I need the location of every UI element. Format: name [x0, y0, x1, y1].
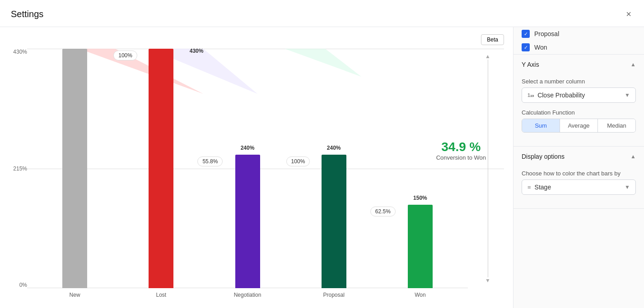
color-chevron-icon: ▼ — [625, 184, 630, 190]
bar-won — [408, 205, 433, 288]
checkbox-row-won: ✓ Won — [513, 41, 644, 54]
display-body: Choose how to color the chart bars by ≡ … — [513, 166, 644, 208]
color-select-label: Choose how to color the chart bars by — [522, 170, 636, 177]
close-button[interactable]: × — [624, 7, 633, 21]
y-label-mid: 215% — [9, 165, 27, 172]
content: Beta 430% 215% 0% — [0, 27, 644, 308]
conversion-label: Conversion to Won — [436, 154, 486, 161]
checkbox-label-won: Won — [534, 44, 547, 51]
bar-value-proposal: 240% — [327, 145, 341, 151]
conversion-display: 34.9 % Conversion to Won — [436, 140, 486, 161]
bar-label-won: Won — [415, 292, 425, 298]
calc-buttons: Sum Average Median — [522, 119, 636, 133]
right-panel: ✓ Proposal ✓ Won Y Axis ▲ — [513, 27, 644, 308]
display-section: Display options ▲ Choose how to color th… — [513, 147, 644, 209]
bar-value-won: 150% — [413, 195, 427, 201]
conversion-pill-won: 62.5% — [370, 207, 396, 216]
arrow-down-icon: ▼ — [485, 277, 490, 284]
display-chevron-icon: ▲ — [630, 153, 636, 160]
y-axis-title: Y Axis — [522, 61, 539, 68]
bar-new — [62, 49, 87, 288]
column-type-icon: 1₂₃ — [527, 92, 534, 98]
bar-label-proposal: Proposal — [323, 292, 345, 298]
calc-group: Calculation Function Sum Average Median — [522, 109, 636, 133]
header: Settings × — [0, 0, 644, 27]
arrow-line — [488, 60, 488, 277]
checkbox-label-proposal: Proposal — [534, 30, 559, 37]
chart-area: Beta 430% 215% 0% — [0, 27, 513, 308]
column-select[interactable]: 1₂₃ Close Probability ▼ — [522, 87, 636, 103]
calc-label: Calculation Function — [522, 109, 636, 116]
checkbox-won[interactable]: ✓ — [522, 43, 530, 51]
bar-group-won: 150% 62.5% Won — [377, 49, 463, 288]
checkbox-proposal[interactable]: ✓ — [522, 30, 530, 38]
bar-negotiation — [235, 155, 260, 288]
y-axis-chevron-icon: ▲ — [630, 61, 636, 68]
bar-group-new: 430% New — [32, 49, 118, 288]
conversion-pill-proposal: 100% — [286, 156, 310, 166]
checkbox-section: ✓ Proposal ✓ Won — [513, 27, 644, 55]
color-value: Stage — [535, 184, 551, 191]
beta-button[interactable]: Beta — [481, 34, 504, 45]
calc-median-button[interactable]: Median — [598, 119, 635, 132]
y-axis: 430% 215% 0% — [9, 49, 27, 299]
calc-average-button[interactable]: Average — [560, 119, 598, 132]
y-label-bot: 0% — [9, 282, 27, 288]
chart-container: 430% 215% 0% — [9, 49, 504, 299]
display-section-header[interactable]: Display options ▲ — [513, 147, 644, 166]
y-axis-section-header[interactable]: Y Axis ▲ — [513, 55, 644, 74]
chart-plot: 430% New 430% 100% Lost — [27, 49, 504, 288]
bar-label-new: New — [70, 292, 80, 298]
bar-label-lost: Lost — [156, 292, 166, 298]
bar-value-lost: 430% — [190, 48, 204, 54]
y-axis-section: Y Axis ▲ Select a number column 1₂₃ Clos… — [513, 55, 644, 147]
bar-label-negotiation: Negotiation — [234, 292, 261, 298]
column-select-label: Select a number column — [522, 78, 636, 85]
page-title: Settings — [11, 9, 43, 19]
column-chevron-icon: ▼ — [625, 92, 630, 98]
checkbox-row-proposal: ✓ Proposal — [513, 27, 644, 41]
conversion-percentage: 34.9 % — [436, 140, 486, 154]
color-icon: ≡ — [527, 184, 531, 191]
column-value: Close Probability — [537, 92, 585, 99]
conversion-pill-lost: 100% — [113, 51, 137, 60]
bar-proposal — [322, 155, 346, 288]
y-label-top: 430% — [9, 49, 27, 55]
arrow-up-icon: ▲ — [485, 53, 490, 60]
color-select-group: Choose how to color the chart bars by ≡ … — [522, 170, 636, 195]
color-select[interactable]: ≡ Stage ▼ — [522, 179, 636, 195]
display-title: Display options — [522, 153, 565, 160]
conversion-pill-negotiation: 55.8% — [197, 156, 223, 166]
bar-value-negotiation: 240% — [241, 145, 255, 151]
settings-page: Settings × Beta 430% 215% 0% — [0, 0, 644, 308]
calc-sum-button[interactable]: Sum — [522, 119, 560, 132]
column-select-group: Select a number column 1₂₃ Close Probabi… — [522, 78, 636, 103]
bars-container: 430% New 430% 100% Lost — [27, 49, 468, 288]
bar-group-negotiation: 240% 55.8% Negotiation — [204, 49, 290, 288]
bar-group-lost: 430% 100% Lost — [118, 49, 204, 288]
y-axis-body: Select a number column 1₂₃ Close Probabi… — [513, 74, 644, 146]
bar-lost — [149, 49, 173, 288]
arrow-indicator: ▲ ▼ — [485, 53, 490, 284]
bar-group-proposal: 240% 100% Proposal — [291, 49, 377, 288]
